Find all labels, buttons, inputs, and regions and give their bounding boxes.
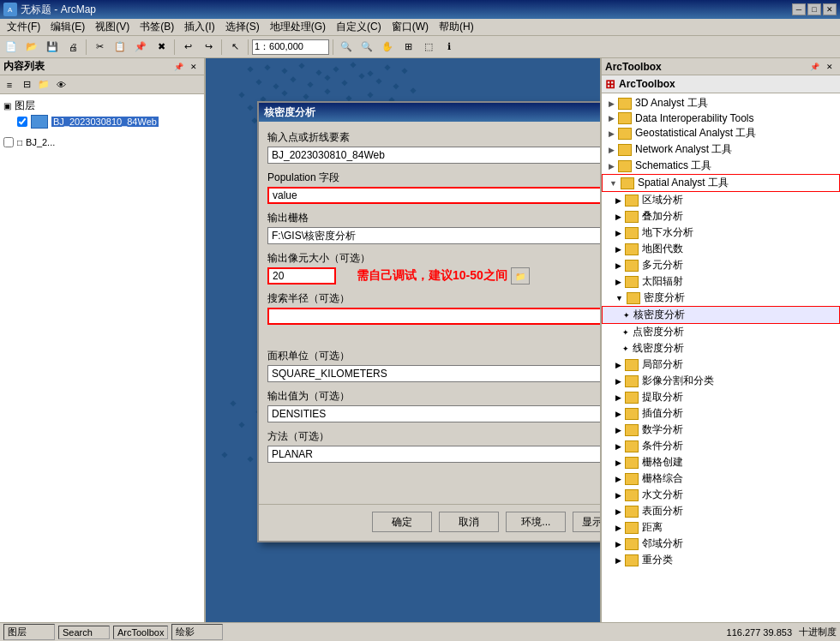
pointer-button[interactable]: ↖	[225, 38, 244, 57]
main-area: 内容列表 📌 ✕ ≡ ⊟ 📁 👁 ▣ 图层 BJ_2023030810_84We…	[0, 58, 840, 622]
menu-window[interactable]: 窗口(W)	[387, 19, 434, 35]
status-tab-sketch[interactable]: 绘影	[171, 624, 223, 640]
menu-geoprocess[interactable]: 地理处理(G)	[265, 19, 331, 35]
toolbox-math[interactable]: ▶ 数学分析	[602, 422, 840, 438]
folder-icon-3d	[618, 98, 632, 110]
layer2-checkbox[interactable]	[3, 137, 14, 147]
ok-button[interactable]: 确定	[372, 512, 432, 532]
select-button[interactable]: ⬚	[419, 38, 438, 57]
cellsize-browse-button[interactable]: 📁	[511, 267, 530, 285]
toolbox-hydrology[interactable]: ▶ 水文分析	[602, 487, 840, 503]
toolbox-mapalgebra[interactable]: ▶ 地图代数	[602, 241, 840, 257]
status-tab-layers[interactable]: 图层	[3, 624, 55, 640]
panel-toolbar: ≡ ⊟ 📁 👁	[0, 75, 204, 94]
population-dropdown[interactable]: value ▼	[267, 187, 600, 204]
zoom-out-button[interactable]: 🔍	[357, 38, 376, 57]
expand-icon-ma: ▶	[615, 245, 621, 254]
cut-button[interactable]: ✂	[90, 38, 109, 57]
copy-button[interactable]: 📋	[111, 38, 129, 57]
paste-button[interactable]: 📌	[131, 38, 150, 57]
maximize-button[interactable]: □	[807, 3, 821, 15]
output-val-dropdown[interactable]: DENSITIES ▼	[267, 405, 600, 422]
source-button[interactable]: 📁	[36, 77, 51, 93]
toolbox-reclass[interactable]: ▶ 重分类	[602, 552, 840, 568]
search-radius-input[interactable]: 500	[267, 308, 600, 325]
list-view-button[interactable]: ≡	[2, 77, 17, 93]
map-area[interactable]: 核密度分析 ─ □ ✕ 输入点或折线要素 BJ_2023030810_8	[206, 58, 600, 622]
menu-edit[interactable]: 编辑(E)	[45, 19, 90, 35]
toolbox-line-density[interactable]: ✦ 线密度分析	[602, 340, 840, 356]
toolbox-solar[interactable]: ▶ 太阳辐射	[602, 273, 840, 290]
menu-customize[interactable]: 自定义(C)	[331, 19, 387, 35]
toolbox-raster-create[interactable]: ▶ 栅格创建	[602, 454, 840, 470]
input-feature-dropdown[interactable]: BJ_2023030810_84Web ▼	[267, 147, 600, 164]
menu-help[interactable]: 帮助(H)	[434, 19, 479, 35]
toolbox-kernel-density[interactable]: ✦ 核密度分析	[602, 306, 840, 324]
svg-rect-21	[238, 92, 244, 98]
toolbox-overlay[interactable]: ▶ 叠加分析	[602, 208, 840, 225]
visible-button[interactable]: 👁	[53, 77, 69, 93]
menu-insert[interactable]: 插入(I)	[179, 19, 219, 35]
toolbox-groundwater[interactable]: ▶ 地下水分析	[602, 225, 840, 241]
drawing-order-button[interactable]: ⊟	[19, 77, 34, 93]
group-expand-icon[interactable]: ▣	[3, 101, 11, 111]
toolbox-zone[interactable]: ▶ 区域分析	[602, 192, 840, 208]
toolbox-interpolation[interactable]: ▶ 插值分析	[602, 405, 840, 422]
method-dropdown[interactable]: PLANAR ▼	[267, 446, 600, 463]
minimize-button[interactable]: ─	[792, 3, 806, 15]
help-button[interactable]: 显示帮助 >>	[573, 512, 600, 532]
toolbox-segmentation[interactable]: ▶ 影像分割和分类	[602, 373, 840, 389]
toolbox-extract[interactable]: ▶ 提取分析	[602, 389, 840, 405]
toolbox-conditional[interactable]: ▶ 条件分析	[602, 438, 840, 454]
zoom-in-button[interactable]: 🔍	[337, 38, 356, 57]
folder-icon-dist	[625, 522, 639, 534]
toolbox-multivariate[interactable]: ▶ 多元分析	[602, 257, 840, 273]
toolbox-distance[interactable]: ▶ 距离	[602, 519, 840, 536]
toolbox-raster-gen[interactable]: ▶ 栅格综合	[602, 470, 840, 487]
expand-icon-int: ▶	[615, 410, 621, 418]
open-button[interactable]: 📂	[22, 38, 41, 57]
cellsize-input[interactable]: 20	[267, 267, 336, 285]
pan-button[interactable]: ✋	[378, 38, 397, 57]
print-button[interactable]: 🖨	[63, 38, 82, 57]
toolbox-3d-analyst[interactable]: ▶ 3D Analyst 工具	[602, 95, 840, 111]
toolbox-neighborhood[interactable]: ▶ 邻域分析	[602, 536, 840, 552]
area-unit-input[interactable]: SQUARE_KILOMETERS	[267, 365, 600, 382]
full-extent-button[interactable]: ⊞	[399, 38, 417, 57]
menu-view[interactable]: 视图(V)	[90, 19, 135, 35]
menu-select[interactable]: 选择(S)	[220, 19, 265, 35]
toolbox-geostat[interactable]: ▶ Geostatistical Analyst 工具	[602, 125, 840, 141]
new-button[interactable]: 📄	[2, 38, 21, 57]
undo-button[interactable]: ↩	[178, 38, 197, 57]
toolbox-network[interactable]: ▶ Network Analyst 工具	[602, 141, 840, 158]
cancel-button[interactable]: 取消	[439, 512, 499, 532]
toolbox-local[interactable]: ▶ 局部分析	[602, 356, 840, 373]
delete-button[interactable]: ✖	[152, 38, 171, 57]
toolbox-point-density[interactable]: ✦ 点密度分析	[602, 324, 840, 340]
toolbox-schematics[interactable]: ▶ Schematics 工具	[602, 158, 840, 174]
redo-button[interactable]: ↪	[199, 38, 218, 57]
output-raster-row: 输出栅格 F:\GIS\核密度分析 📁	[267, 211, 600, 244]
panel-pin-button[interactable]: 📌	[171, 60, 185, 74]
toolbox-data-interop[interactable]: ▶ Data Interoperability Tools	[602, 111, 840, 125]
status-tab-search[interactable]: Search	[58, 626, 110, 639]
toolbox-pin-button[interactable]: 📌	[807, 60, 821, 74]
scale-input[interactable]: 1：600,000	[252, 39, 329, 55]
menu-file[interactable]: 文件(F)	[2, 19, 45, 35]
status-tab-toolbox[interactable]: ArcToolbox	[113, 626, 168, 639]
toolbox-spatial[interactable]: ▼ Spatial Analyst 工具	[602, 174, 840, 192]
toolbox-density[interactable]: ▼ 密度分析	[602, 290, 840, 306]
save-button[interactable]: 💾	[43, 38, 62, 57]
layer1-checkbox[interactable]	[17, 117, 27, 127]
identify-button[interactable]: ℹ	[440, 38, 459, 57]
kernel-density-dialog[interactable]: 核密度分析 ─ □ ✕ 输入点或折线要素 BJ_2023030810_8	[257, 101, 600, 542]
toolbox-close-button[interactable]: ✕	[823, 60, 837, 74]
close-button[interactable]: ✕	[823, 3, 837, 15]
toolbox-surface[interactable]: ▶ 表面分析	[602, 503, 840, 519]
output-val-row: 输出值为（可选） DENSITIES ▼	[267, 389, 600, 422]
menu-bookmark[interactable]: 书签(B)	[135, 19, 179, 35]
output-raster-input[interactable]: F:\GIS\核密度分析	[267, 227, 600, 244]
panel-close-button[interactable]: ✕	[187, 60, 201, 74]
env-button[interactable]: 环境...	[506, 512, 566, 532]
layer2-expand-icon[interactable]: □	[17, 138, 22, 147]
